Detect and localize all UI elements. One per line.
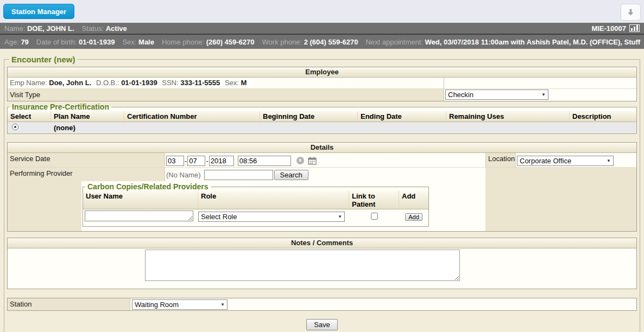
employee-summary: Emp Name: Doe, John L. D.O.B.: 01-01-193… (8, 78, 444, 88)
col-role: Role (198, 191, 349, 209)
patient-dob: Date of birth: 01-01-1939 (36, 38, 115, 46)
station-row: Station Waiting Room ▼ (8, 298, 636, 310)
collapse-panel-button[interactable] (621, 4, 641, 21)
cc-link-to-patient-checkbox[interactable] (371, 213, 378, 220)
service-date-day-input[interactable] (187, 156, 205, 166)
provider-search-button[interactable]: Search (274, 170, 308, 180)
col-add: Add (399, 191, 428, 209)
patient-status: Status: Active (82, 24, 127, 33)
col-ending-date: Ending Date (358, 111, 446, 122)
top-bar: Station Manager (0, 0, 644, 23)
station-select[interactable]: Waiting Room ▼ (132, 299, 228, 310)
col-beginning-date: Beginning Date (260, 111, 358, 122)
encounter-legend: Encounter (new) (9, 55, 78, 64)
station-cell: Waiting Room ▼ (130, 298, 636, 310)
clear-date-icon[interactable]: × (296, 157, 304, 164)
notes-section: Notes / Comments (7, 238, 637, 289)
carbon-right-spacer (485, 181, 636, 231)
location-select[interactable]: Corporate Office ▼ (517, 156, 614, 166)
visit-type-cell: Checkin ▼ (444, 89, 636, 101)
details-right-spacer (485, 167, 636, 181)
service-date-year-input[interactable] (209, 156, 234, 166)
col-user-name: User Name (83, 191, 198, 209)
details-header: Details (8, 143, 636, 153)
col-description: Description (570, 111, 636, 122)
service-date-month-input[interactable] (166, 156, 184, 166)
col-cert-number: Certification Number (124, 111, 260, 122)
patient-age: Age: 79 (4, 38, 29, 46)
details-grid: Service Date - - × (8, 153, 636, 231)
visit-type-label: Visit Type (8, 89, 444, 101)
performing-provider-label: Performing Provider (8, 167, 165, 181)
cc-add-button[interactable]: Add (405, 213, 422, 221)
employee-section: Employee Emp Name: Doe, John L. D.O.B.: … (7, 67, 637, 101)
location-cell: Corporate Office ▼ (516, 153, 636, 167)
chevron-down-icon: ▼ (338, 214, 342, 219)
patient-demographics-bar: Age: 79 Date of birth: 01-01-1939 Sex: M… (0, 35, 644, 49)
station-manager-tab[interactable]: Station Manager (3, 4, 74, 19)
notes-header: Notes / Comments (8, 238, 636, 248)
bar-chart-icon[interactable] (629, 24, 640, 32)
patient-home-phone: Home phone: (260) 459-6270 (162, 38, 255, 46)
precert-radio-cell (8, 124, 51, 132)
chart-id-area: MIE-10007 (591, 24, 640, 33)
station-section: Station Waiting Room ▼ (7, 298, 637, 311)
patient-sex: Sex: Male (122, 38, 154, 46)
precert-none-radio[interactable] (12, 124, 18, 130)
encounter-fieldset: Encounter (new) Employee Emp Name: Doe, … (4, 55, 640, 332)
chevron-down-icon: ▼ (220, 302, 225, 307)
visit-type-select[interactable]: Checkin ▼ (445, 90, 548, 100)
service-date-label: Service Date (8, 153, 165, 167)
carbon-copies-legend: Carbon Copies/Related Providers (85, 182, 211, 191)
patient-work-phone: Work phone: 2 (604) 559-6270 (262, 38, 358, 46)
precert-plan-name: (none) (51, 124, 124, 132)
carbon-left-spacer (8, 181, 81, 231)
main-content: Encounter (new) Employee Emp Name: Doe, … (0, 49, 644, 332)
cc-role-select[interactable]: Select Role ▼ (198, 212, 345, 222)
notes-body (8, 248, 636, 289)
patient-name-bar: Name: DOE, JOHN L. Status: Active MIE-10… (0, 23, 644, 35)
patient-next-appointment: Next appointment: Wed, 03/07/2018 11:00a… (365, 38, 640, 46)
carbon-input-row: Select Role ▼ Add (83, 209, 428, 224)
station-label: Station (8, 298, 130, 310)
carbon-table-header: User Name Role Link to Patient Add (83, 191, 428, 209)
insurance-row-none: (none) (8, 122, 636, 133)
carbon-copies-fieldset: Carbon Copies/Related Providers User Nam… (83, 182, 429, 227)
insurance-table-header: Select Plan Name Certification Number Be… (8, 111, 636, 122)
employee-header: Employee (8, 67, 636, 78)
location-label: Location (485, 153, 516, 167)
details-section: Details Service Date - - × (7, 142, 637, 232)
service-time-input[interactable] (238, 156, 291, 166)
provider-no-name: (No Name) (166, 171, 201, 179)
carbon-cell: Carbon Copies/Related Providers User Nam… (81, 181, 485, 231)
patient-name: Name: DOE, JOHN L. (4, 24, 74, 33)
col-plan-name: Plan Name (51, 111, 124, 122)
col-select: Select (8, 111, 51, 122)
col-link-to-patient: Link to Patient (349, 191, 399, 209)
station-manager-page: Station Manager Name: DOE, JOHN L. Statu… (0, 0, 644, 332)
insurance-precert-legend: Insurance Pre-Certification (10, 103, 111, 111)
performing-provider-cell: (No Name) Search (165, 167, 485, 181)
calendar-icon[interactable] (308, 157, 317, 165)
visit-type-row: Visit Type Checkin ▼ (8, 88, 636, 101)
chevron-down-icon: ▼ (607, 158, 611, 163)
insurance-precert-fieldset: Insurance Pre-Certification Select Plan … (7, 103, 637, 134)
chart-id: MIE-10007 (591, 24, 626, 33)
service-date-cell: - - × (165, 153, 485, 167)
col-remaining-uses: Remaining Uses (446, 111, 570, 122)
provider-search-input[interactable] (204, 170, 273, 180)
notes-textarea[interactable] (145, 250, 460, 281)
save-row: Save (7, 319, 637, 330)
chevron-down-icon: ▼ (541, 92, 546, 97)
cc-user-name-input[interactable] (85, 210, 193, 221)
employee-summary-row: Emp Name: Doe, John L. D.O.B.: 01-01-193… (8, 78, 636, 88)
down-arrow-icon (626, 8, 635, 17)
save-button[interactable]: Save (306, 319, 338, 330)
